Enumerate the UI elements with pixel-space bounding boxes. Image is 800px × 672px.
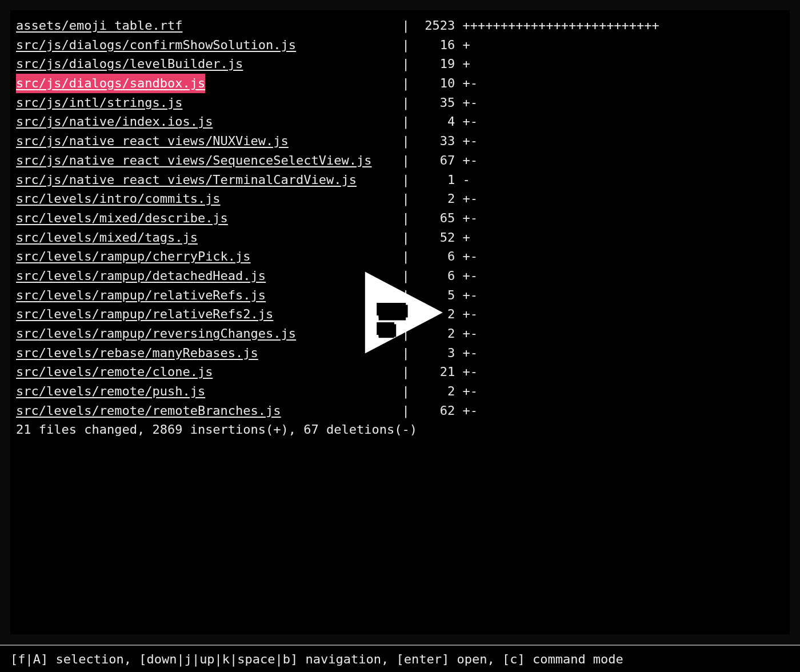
file-row[interactable]: src/levels/rampup/reversingChanges.js | … [16,324,784,343]
file-row[interactable]: src/js/dialogs/confirmShowSolution.js | … [16,35,784,55]
diff-stat: +- [455,286,478,305]
file-name[interactable]: assets/emoji_table.rtf [16,16,182,35]
file-row[interactable]: src/levels/rampup/relativeRefs.js | 5+- [16,286,784,305]
file-row[interactable]: src/levels/rampup/cherryPick.js | 6+- [16,247,784,266]
file-name[interactable]: src/levels/rampup/reversingChanges.js [16,324,296,343]
file-row[interactable]: src/js/dialogs/levelBuilder.js | 19+ [16,54,784,74]
file-name[interactable]: src/levels/mixed/describe.js [16,209,228,228]
file-name[interactable]: src/levels/mixed/tags.js [16,228,198,247]
file-row[interactable]: src/levels/remote/clone.js | 21+- [16,362,784,382]
diff-stat: +- [455,112,478,131]
diff-stat: +- [455,266,478,286]
change-count: 2 [417,324,455,343]
padding [221,189,402,209]
separator: | [402,16,418,35]
padding [243,54,402,74]
separator: | [402,131,418,151]
diff-stat: + [455,35,470,55]
diff-stat: +- [455,151,478,170]
separator: | [402,112,418,131]
separator: | [402,170,418,190]
padding [213,362,402,382]
file-name[interactable]: src/js/intl/strings.js [16,93,182,113]
separator: | [402,286,418,305]
separator: | [402,228,418,247]
file-row[interactable]: src/levels/intro/commits.js | 2+- [16,189,784,209]
change-count: 62 [417,401,455,421]
diff-stat: + [455,228,470,247]
file-name[interactable]: src/levels/rampup/cherryPick.js [16,247,251,266]
separator: | [402,362,418,382]
change-count: 67 [417,151,455,170]
file-name[interactable]: src/js/dialogs/sandbox.js [16,74,205,93]
diff-stat: +- [455,93,478,113]
change-count: 52 [417,228,455,247]
file-name[interactable]: src/levels/intro/commits.js [16,189,221,209]
change-count: 5 [417,286,455,305]
file-name[interactable]: src/levels/remote/clone.js [16,362,213,382]
diff-stat: ++++++++++++++++++++++++++ [455,16,659,35]
padding [198,228,402,247]
file-row[interactable]: src/levels/rampup/detachedHead.js | 6+- [16,266,784,286]
file-row[interactable]: src/js/native/index.ios.js | 4+- [16,112,784,131]
file-row[interactable]: src/js/intl/strings.js | 35+- [16,93,784,113]
diff-stat: + [455,54,470,74]
file-name[interactable]: src/js/dialogs/confirmShowSolution.js [16,35,296,55]
file-row[interactable]: src/js/native_react_views/NUXView.js | 3… [16,131,784,151]
padding [258,343,402,363]
padding [289,131,402,151]
diff-stat: +- [455,247,478,266]
padding [205,74,402,93]
diff-stat: +- [455,324,478,343]
diff-stat: +- [455,131,478,151]
change-count: 3 [417,343,455,363]
file-name[interactable]: src/js/native_react_views/TerminalCardVi… [16,170,357,190]
file-name[interactable]: src/js/dialogs/levelBuilder.js [16,54,243,74]
file-row[interactable]: src/js/native_react_views/TerminalCardVi… [16,170,784,190]
separator: | [402,74,418,93]
diff-stat: +- [455,382,478,401]
file-name[interactable]: src/js/native_react_views/SequenceSelect… [16,151,372,170]
file-row[interactable]: src/levels/mixed/describe.js | 65+- [16,209,784,228]
file-row[interactable]: src/levels/rebase/manyRebases.js | 3+- [16,343,784,363]
diff-stat: +- [455,401,478,421]
padding [205,382,402,401]
file-name[interactable]: src/levels/rampup/relativeRefs2.js [16,305,273,324]
status-bar: [f|A] selection, [down|j|up|k|space|b] n… [0,645,800,672]
separator: | [402,151,418,170]
diff-content: assets/emoji_table.rtf | 2523+++++++++++… [10,10,790,634]
change-count: 6 [417,266,455,286]
padding [273,305,402,324]
file-name[interactable]: src/levels/rampup/relativeRefs.js [16,286,266,305]
separator: | [402,324,418,343]
file-row[interactable]: src/levels/rampup/relativeRefs2.js | 2+- [16,305,784,324]
change-count: 10 [417,74,455,93]
status-bar-text: [f|A] selection, [down|j|up|k|space|b] n… [10,652,623,666]
file-row[interactable]: src/js/native_react_views/SequenceSelect… [16,151,784,170]
padding [296,35,402,55]
change-count: 2523 [417,16,455,35]
separator: | [402,305,418,324]
file-row[interactable]: src/levels/remote/push.js | 2+- [16,382,784,401]
file-name[interactable]: src/levels/remote/push.js [16,382,205,401]
file-row[interactable]: src/js/dialogs/sandbox.js | 10+- [16,74,784,93]
file-row[interactable]: src/levels/mixed/tags.js | 52+ [16,228,784,247]
file-name[interactable]: src/levels/rampup/detachedHead.js [16,266,266,286]
file-name[interactable]: src/js/native/index.ios.js [16,112,213,131]
file-name[interactable]: src/levels/remote/remoteBranches.js [16,401,281,421]
file-list[interactable]: assets/emoji_table.rtf | 2523+++++++++++… [16,16,784,420]
diff-stat: +- [455,305,478,324]
separator: | [402,189,418,209]
separator: | [402,54,418,74]
file-name[interactable]: src/levels/rebase/manyRebases.js [16,343,258,363]
change-count: 2 [417,305,455,324]
padding [357,170,402,190]
diff-stat: +- [455,74,478,93]
file-row[interactable]: assets/emoji_table.rtf | 2523+++++++++++… [16,16,784,35]
file-name[interactable]: src/js/native_react_views/NUXView.js [16,131,289,151]
padding [182,16,402,35]
separator: | [402,93,418,113]
file-row[interactable]: src/levels/remote/remoteBranches.js | 62… [16,401,784,421]
change-count: 2 [417,189,455,209]
change-count: 33 [417,131,455,151]
